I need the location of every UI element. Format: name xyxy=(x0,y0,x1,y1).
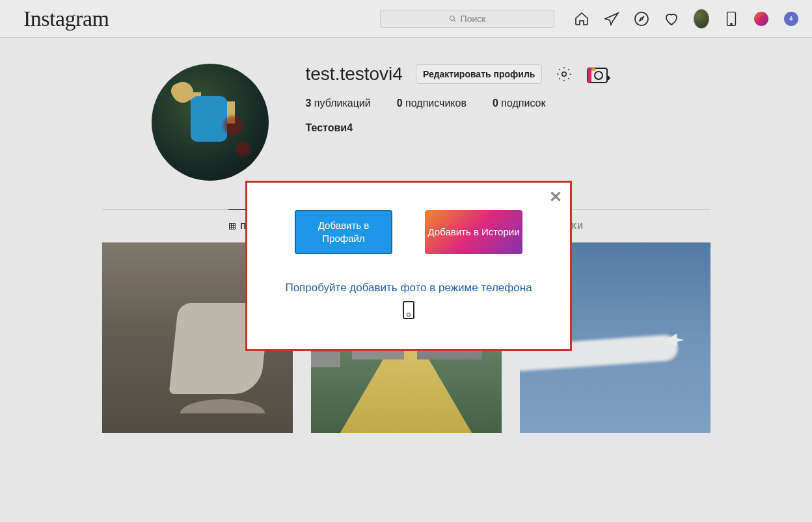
modal-buttons: Добавить в Профайл Добавить в Истории xyxy=(260,210,557,254)
add-to-profile-button[interactable]: Добавить в Профайл xyxy=(295,210,392,254)
add-to-stories-button[interactable]: Добавить в Истории xyxy=(425,210,522,254)
phone-mode-icon[interactable] xyxy=(260,301,557,319)
close-icon[interactable]: ✕ xyxy=(549,188,562,206)
add-post-modal: ✕ Добавить в Профайл Добавить в Истории … xyxy=(245,181,572,351)
modal-hint-text: Попробуйте добавить фото в режиме телефо… xyxy=(260,281,557,294)
